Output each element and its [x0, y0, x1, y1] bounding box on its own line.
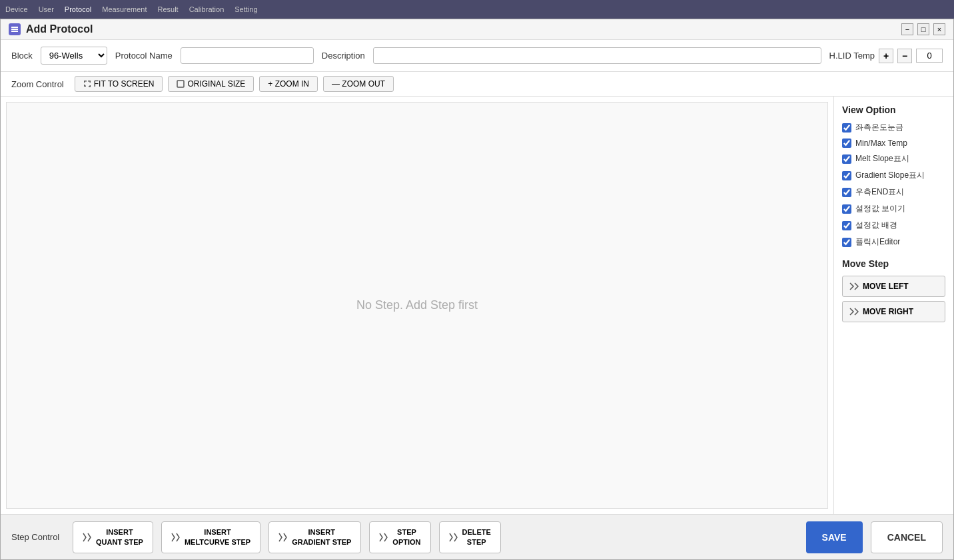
minimize-button[interactable]: − — [901, 23, 913, 35]
step-option-button[interactable]: STEP OPTION — [369, 521, 430, 553]
top-nav: Device User Protocol Measurement Result … — [0, 0, 954, 19]
title-bar-left: Add Protocol — [9, 23, 93, 35]
checkbox-label-4: 우측END표시 — [855, 186, 904, 198]
close-button[interactable]: × — [933, 23, 945, 35]
original-size-button[interactable]: ORIGINAL SIZE — [168, 76, 254, 92]
checkbox-item-3: Gradient Slope표시 — [842, 170, 945, 181]
move-step-section: Move Step MOVE LEFT MOVE RIGHT — [842, 258, 945, 322]
checkbox-flick-editor[interactable] — [842, 238, 851, 247]
checkbox-show-value[interactable] — [842, 204, 851, 214]
checkbox-item-1: Min/Max Temp — [842, 139, 945, 148]
nav-setting[interactable]: Setting — [235, 5, 257, 13]
checkbox-left-temp[interactable] — [842, 123, 851, 133]
header-row: Block 96-Wells 384-Wells Protocol Name D… — [1, 40, 953, 72]
hlid-plus-button[interactable]: + — [879, 49, 893, 63]
svg-rect-0 — [11, 27, 18, 28]
nav-device[interactable]: Device — [5, 5, 28, 13]
nav-measurement[interactable]: Measurement — [102, 5, 147, 13]
svg-rect-3 — [177, 81, 184, 87]
checkbox-item-7: 플릭시Editor — [842, 236, 945, 248]
insert-gradient-step-button[interactable]: INSERT GRADIENT STEP — [268, 521, 361, 553]
step-option-icon — [379, 533, 388, 542]
checkbox-item-5: 설정값 보이기 — [842, 203, 945, 214]
maximize-button[interactable]: □ — [917, 23, 929, 35]
move-step-title: Move Step — [842, 258, 945, 269]
delete-step-icon — [449, 533, 458, 542]
save-button[interactable]: SAVE — [806, 521, 863, 553]
title-bar: Add Protocol − □ × — [1, 19, 953, 40]
bottom-bar: Step Control INSERT QUANT STEP INSERT ME… — [1, 514, 953, 559]
description-label: Description — [322, 51, 365, 61]
zoom-in-button[interactable]: + ZOOM IN — [259, 76, 318, 92]
view-option-title: View Option — [842, 105, 945, 115]
svg-rect-2 — [11, 31, 18, 32]
checkbox-value-bg[interactable] — [842, 221, 851, 230]
checkbox-label-5: 설정값 보이기 — [855, 203, 905, 214]
checkbox-item-0: 좌측온도눈금 — [842, 122, 945, 133]
content-area: No Step. Add Step first View Option 좌측온도… — [1, 97, 953, 514]
quant-step-icon — [83, 533, 92, 542]
nav-calibration[interactable]: Calibration — [189, 5, 225, 13]
checkbox-item-4: 우측END표시 — [842, 186, 945, 198]
delete-step-button[interactable]: DELETE STEP — [439, 521, 501, 553]
window-title: Add Protocol — [26, 23, 93, 35]
title-controls: − □ × — [901, 23, 945, 35]
protocol-name-label: Protocol Name — [115, 51, 173, 61]
checkbox-gradient-slope[interactable] — [842, 171, 851, 180]
app-icon — [9, 23, 21, 35]
zoom-control-label: Zoom Control — [11, 79, 64, 89]
nav-result[interactable]: Result — [157, 5, 178, 13]
insert-meltcurve-step-button[interactable]: INSERT MELTCURVE STEP — [161, 521, 260, 553]
checkbox-label-2: Melt Slope표시 — [855, 153, 909, 164]
block-label: Block — [11, 51, 33, 61]
cancel-button[interactable]: CANCEL — [871, 521, 943, 553]
hlid-section: H.LID Temp + − — [829, 49, 943, 63]
nav-user[interactable]: User — [39, 5, 54, 13]
hlid-value-input[interactable] — [916, 49, 943, 63]
checkbox-item-6: 설정값 배경 — [842, 220, 945, 231]
insert-quant-step-button[interactable]: INSERT QUANT STEP — [73, 521, 153, 553]
checkbox-label-1: Min/Max Temp — [855, 139, 907, 148]
step-control-label: Step Control — [11, 532, 65, 542]
gradient-step-icon — [278, 533, 288, 542]
right-panel: View Option 좌측온도눈금 Min/Max Temp Melt Slo… — [833, 97, 953, 514]
checkbox-minmax-temp[interactable] — [842, 139, 851, 148]
checkbox-item-2: Melt Slope표시 — [842, 153, 945, 164]
checkbox-label-7: 플릭시Editor — [855, 236, 900, 248]
nav-protocol[interactable]: Protocol — [65, 5, 91, 13]
zoom-out-button[interactable]: — ZOOM OUT — [323, 76, 394, 92]
move-left-icon — [849, 282, 859, 291]
protocol-name-input[interactable] — [181, 47, 314, 64]
checkbox-right-end[interactable] — [842, 188, 851, 197]
fit-screen-icon — [83, 80, 91, 88]
move-right-icon — [849, 307, 859, 316]
move-right-button[interactable]: MOVE RIGHT — [842, 301, 945, 322]
main-window: Add Protocol − □ × Block 96-Wells 384-We… — [0, 19, 954, 560]
meltcurve-step-icon — [171, 533, 181, 542]
checkbox-melt-slope[interactable] — [842, 154, 851, 164]
move-left-button[interactable]: MOVE LEFT — [842, 276, 945, 297]
svg-rect-1 — [11, 29, 18, 30]
checkbox-label-0: 좌측온도눈금 — [855, 122, 903, 133]
description-input[interactable] — [373, 47, 821, 64]
original-size-icon — [177, 80, 185, 88]
block-select[interactable]: 96-Wells 384-Wells — [41, 47, 107, 65]
checkbox-label-3: Gradient Slope표시 — [855, 170, 925, 181]
hlid-label: H.LID Temp — [829, 51, 875, 61]
canvas-area: No Step. Add Step first — [6, 102, 828, 509]
empty-canvas-message: No Step. Add Step first — [356, 298, 478, 312]
zoom-row: Zoom Control FIT TO SCREEN ORIGINAL SIZE… — [1, 72, 953, 97]
checkbox-label-6: 설정값 배경 — [855, 220, 897, 231]
hlid-minus-button[interactable]: − — [897, 49, 912, 63]
fit-to-screen-button[interactable]: FIT TO SCREEN — [75, 76, 163, 92]
